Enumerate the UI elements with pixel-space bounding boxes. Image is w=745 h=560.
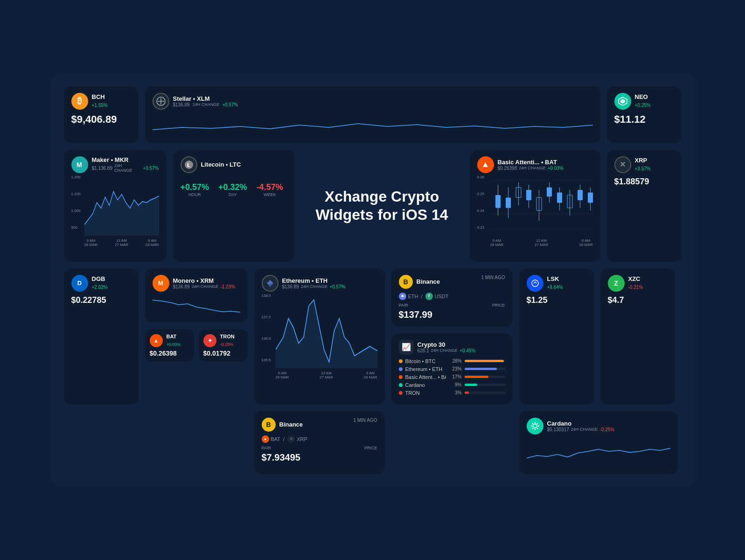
crypto30-icon: 📈: [399, 340, 414, 355]
binance1-time: 1 MIN AGO: [481, 275, 505, 280]
xrp-widget: ✕ XRP +3.57% $1.88579: [607, 150, 682, 262]
portfolio-row: Ethereum • ETH 23%: [399, 366, 505, 372]
tron-small-widget: ✦ TRON -0.25% $0.01792: [199, 329, 248, 362]
svg-point-42: [537, 425, 539, 427]
svg-rect-26: [557, 192, 562, 203]
svg-marker-4: [620, 99, 625, 104]
svg-rect-24: [547, 187, 552, 196]
xzc-name: XZC: [628, 275, 643, 282]
binance2-time: 1 MIN AGO: [353, 418, 377, 423]
stellar-price: $136.89: [173, 102, 190, 107]
svg-rect-30: [578, 190, 583, 200]
portfolio-row: Cardano 9%: [399, 382, 505, 388]
eth-name: Ethereum • ETH: [282, 277, 346, 284]
ltc-icon: Ł: [181, 156, 197, 173]
crypto30-name: Crypto 30: [418, 341, 476, 348]
dgb-widget: D DGB +2.02% $0.22785: [64, 268, 139, 405]
xrp-name: XRP: [635, 157, 651, 164]
binance2-icon: B: [262, 418, 276, 432]
bat-small-icon: ▲: [150, 334, 163, 347]
tron-icon: ✦: [203, 334, 216, 347]
dgb-icon: D: [71, 275, 88, 292]
lsk-price: $1.25: [527, 295, 586, 305]
crypto30-list: Bitcoin • BTC 28% Ethereum • ETH 23% Bas…: [399, 358, 505, 396]
tron-price: $0.01792: [203, 350, 243, 357]
bch-icon: ₿: [71, 93, 88, 110]
cardano-icon: [527, 418, 543, 434]
bat-icon: ▲: [477, 156, 494, 173]
svg-marker-6: [84, 191, 159, 236]
ethereum-widget: Ethereum • ETH $136.89 24H CHANGE +0.57%…: [254, 268, 385, 405]
bat-small-name: BAT: [167, 334, 181, 339]
bat-small-widget: ▲ BAT +0.03% $0.26398: [145, 329, 194, 362]
xrp-price: $1.88579: [614, 177, 674, 187]
eth-icon: [262, 275, 279, 292]
binance1-price: $137.99: [399, 309, 505, 320]
binance1-name: Binance: [417, 278, 440, 285]
svg-marker-35: [276, 300, 377, 368]
neo-price: $11.12: [614, 113, 674, 126]
stellar-name: Stellar • XLM: [173, 95, 238, 102]
svg-rect-20: [526, 190, 531, 200]
neo-widget: NEO +0.25% $11.12: [607, 86, 682, 143]
portfolio-row: TRON 3%: [399, 390, 505, 396]
svg-point-44: [536, 423, 538, 424]
dgb-change: +2.02%: [92, 285, 108, 290]
svg-point-43: [532, 423, 533, 424]
lsk-icon: [527, 275, 543, 292]
stellar-change: +0.57%: [222, 102, 238, 107]
ltc-hour: +0.57%: [181, 182, 209, 192]
svg-marker-36: [401, 294, 404, 297]
center-title-area: Xchange Crypto Widgets for iOS 14: [301, 150, 463, 262]
litecoin-widget: Ł Litecoin • LTC +0.57% HOUR +0.32% DAY …: [173, 150, 294, 262]
binance2-widget: B Binance 1 MIN AGO ▲ BAT / ✕ XRP PAIR P…: [254, 411, 385, 474]
svg-point-41: [531, 425, 532, 427]
neo-change: +0.25%: [635, 103, 651, 108]
maker-widget: M Maker • MKR $1,136.89 24H CHANGE +0.57…: [64, 150, 167, 262]
ltc-name: Litecoin • LTC: [201, 161, 241, 168]
dashboard: ₿ BCH +1.55% $9,406.89 Stellar • XLM $13…: [51, 73, 695, 487]
bat-name: Basic Attenti... • BAT: [498, 159, 564, 166]
cardano-name: Cardano: [547, 420, 614, 427]
lsk-widget: LSK +8.64% $1.25: [519, 268, 594, 405]
monero-chart: [153, 295, 240, 314]
binance1-widget: B Binance 1 MIN AGO ETH / ₮ U: [391, 268, 513, 327]
crypto30-widget: 📈 Crypto 30 628.1 24H CHANGE +0.45% Bitc…: [391, 333, 513, 405]
dgb-name: DGB: [92, 275, 108, 282]
maker-name: Maker • MKR: [92, 156, 159, 163]
cardano-widget: Cardano $0.130317 24H CHANGE -0.25%: [519, 411, 678, 474]
binance2-name: Binance: [279, 421, 303, 428]
xzc-icon: Z: [608, 275, 625, 292]
xzc-widget: Z XZC -0.21% $4.7: [600, 268, 675, 405]
eth-chart: [262, 294, 377, 368]
maker-icon: M: [71, 156, 88, 173]
svg-rect-14: [495, 195, 501, 208]
svg-text:Ł: Ł: [187, 162, 190, 168]
maker-chart: [71, 175, 159, 236]
xzc-price: $4.7: [608, 295, 668, 305]
bat-candle-widget: ▲ Basic Attenti... • BAT $0.26398 24H CH…: [470, 150, 600, 262]
main-title: Xchange Crypto Widgets for iOS 14: [310, 188, 454, 224]
lsk-name: LSK: [547, 275, 563, 282]
svg-text:M: M: [77, 161, 82, 168]
monero-icon: M: [153, 275, 169, 292]
svg-point-46: [536, 427, 538, 429]
stellar-chart: [153, 113, 593, 137]
monero-widget: M Monero • XRM $136.89 24H CHANGE -1.23%: [145, 268, 248, 322]
bch-widget: ₿ BCH +1.55% $9,406.89: [64, 86, 139, 143]
xrp-change: +3.57%: [635, 166, 651, 171]
tron-name: TRON: [220, 334, 235, 339]
svg-point-40: [534, 428, 536, 430]
svg-point-38: [533, 424, 537, 428]
neo-icon: [614, 93, 631, 110]
stellar-icon: [153, 93, 169, 110]
ltc-day: +0.32%: [218, 182, 247, 192]
ltc-week: -4.57%: [257, 182, 283, 192]
svg-point-45: [532, 427, 533, 429]
xrp-icon: ✕: [614, 156, 631, 173]
svg-point-39: [534, 422, 536, 423]
svg-rect-16: [506, 197, 511, 208]
bat-small-price: $0.26398: [150, 350, 189, 357]
bch-change: +1.55%: [92, 103, 108, 108]
portfolio-row: Basic Attent... • BAT 17%: [399, 374, 505, 380]
